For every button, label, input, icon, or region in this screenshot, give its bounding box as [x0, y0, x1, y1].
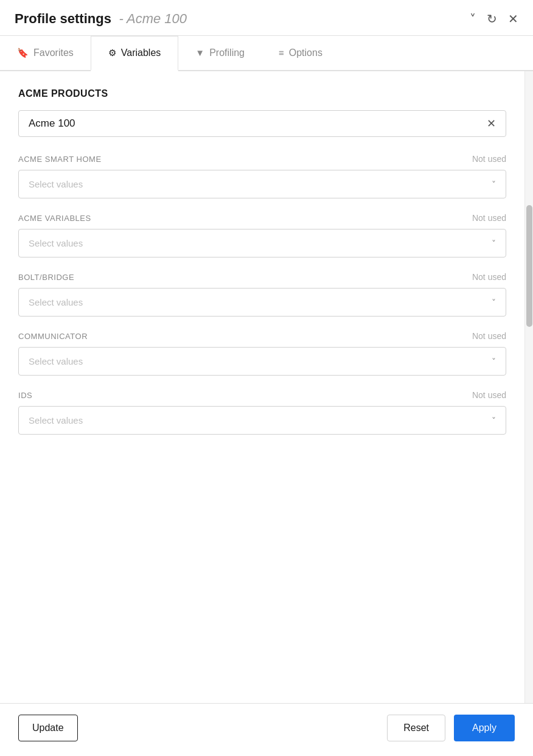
variable-status-acme-variables: Not used [472, 213, 506, 223]
update-button[interactable]: Update [18, 715, 78, 741]
close-icon[interactable]: ✕ [508, 12, 518, 26]
variable-status-acme-smart-home: Not used [472, 154, 506, 164]
product-input-container[interactable]: Acme 100 ✕ [18, 110, 506, 137]
tab-favorites[interactable]: 🔖 Favorites [0, 36, 91, 71]
tab-options-label: Options [289, 47, 322, 58]
chevron-down-acme-smart-home: ˅ [492, 180, 496, 189]
chevron-down-communicator: ˅ [492, 357, 496, 366]
variable-group-acme-variables: ACME VARIABLES Not used Select values ˅ [18, 213, 506, 257]
variable-header-communicator: COMMUNICATOR Not used [18, 331, 506, 341]
variable-label-communicator: COMMUNICATOR [18, 332, 88, 341]
page-title: Profile settings [15, 11, 111, 26]
chevron-down-icon[interactable]: ˅ [470, 12, 476, 26]
variable-status-communicator: Not used [472, 331, 506, 341]
scrollbar-track[interactable] [524, 71, 533, 703]
main-content: ACME PRODUCTS Acme 100 ✕ ACME SMART HOME… [0, 71, 533, 703]
variable-group-bolt-bridge: BOLT/BRIDGE Not used Select values ˅ [18, 272, 506, 317]
header: Profile settings - Acme 100 ˅ ↻ ✕ [0, 0, 533, 36]
variable-select-text-communicator: Select values [29, 356, 83, 366]
variable-select-acme-variables[interactable]: Select values ˅ [18, 229, 506, 257]
variable-status-ids: Not used [472, 390, 506, 400]
variable-header-acme-smart-home: ACME SMART HOME Not used [18, 154, 506, 164]
tab-variables-label: Variables [121, 47, 161, 58]
variable-select-acme-smart-home[interactable]: Select values ˅ [18, 170, 506, 198]
tab-variables[interactable]: ⚙ Variables [91, 36, 179, 71]
footer-right-buttons: Reset Apply [387, 715, 515, 741]
header-title-group: Profile settings - Acme 100 [15, 11, 187, 27]
chevron-down-acme-variables: ˅ [492, 239, 496, 248]
tab-favorites-label: Favorites [33, 47, 74, 58]
tab-bar: 🔖 Favorites ⚙ Variables ▼ Profiling ≡ Op… [0, 36, 533, 71]
variable-status-bolt-bridge: Not used [472, 272, 506, 282]
variable-group-acme-smart-home: ACME SMART HOME Not used Select values ˅ [18, 154, 506, 198]
content-area: ACME PRODUCTS Acme 100 ✕ ACME SMART HOME… [0, 71, 524, 703]
chevron-down-ids: ˅ [492, 416, 496, 425]
chevron-down-bolt-bridge: ˅ [492, 298, 496, 307]
section-title: ACME PRODUCTS [18, 88, 506, 99]
variable-header-acme-variables: ACME VARIABLES Not used [18, 213, 506, 223]
header-actions: ˅ ↻ ✕ [470, 12, 518, 26]
scrollbar-thumb[interactable] [526, 205, 532, 327]
variable-select-text-bolt-bridge: Select values [29, 297, 83, 307]
tab-options[interactable]: ≡ Options [262, 36, 340, 71]
app-container: Profile settings - Acme 100 ˅ ↻ ✕ 🔖 Favo… [0, 0, 533, 756]
variable-group-communicator: COMMUNICATOR Not used Select values ˅ [18, 331, 506, 376]
variable-select-text-acme-variables: Select values [29, 238, 83, 248]
tab-profiling-label: Profiling [209, 47, 245, 58]
variable-group-ids: IDS Not used Select values ˅ [18, 390, 506, 435]
page-subtitle: - Acme 100 [119, 11, 187, 26]
variable-groups: ACME SMART HOME Not used Select values ˅… [18, 154, 506, 435]
product-input-clear-icon[interactable]: ✕ [487, 117, 496, 130]
refresh-icon[interactable]: ↻ [487, 12, 497, 26]
variable-label-ids: IDS [18, 391, 32, 400]
variable-select-text-acme-smart-home: Select values [29, 179, 83, 189]
favorites-icon: 🔖 [17, 47, 29, 58]
options-icon: ≡ [279, 47, 284, 58]
variable-select-text-ids: Select values [29, 415, 83, 425]
variable-select-communicator[interactable]: Select values ˅ [18, 347, 506, 376]
variable-select-ids[interactable]: Select values ˅ [18, 406, 506, 435]
apply-button[interactable]: Apply [454, 715, 515, 741]
variable-header-bolt-bridge: BOLT/BRIDGE Not used [18, 272, 506, 282]
variable-label-bolt-bridge: BOLT/BRIDGE [18, 273, 74, 282]
profiling-icon: ▼ [195, 47, 204, 58]
variable-header-ids: IDS Not used [18, 390, 506, 400]
product-input-value: Acme 100 [29, 117, 487, 130]
tab-profiling[interactable]: ▼ Profiling [178, 36, 262, 71]
reset-button[interactable]: Reset [387, 715, 445, 741]
variable-label-acme-smart-home: ACME SMART HOME [18, 155, 102, 164]
variables-icon: ⚙ [108, 47, 116, 58]
variable-select-bolt-bridge[interactable]: Select values ˅ [18, 288, 506, 317]
variable-label-acme-variables: ACME VARIABLES [18, 214, 91, 223]
footer: Update Reset Apply [0, 703, 533, 756]
